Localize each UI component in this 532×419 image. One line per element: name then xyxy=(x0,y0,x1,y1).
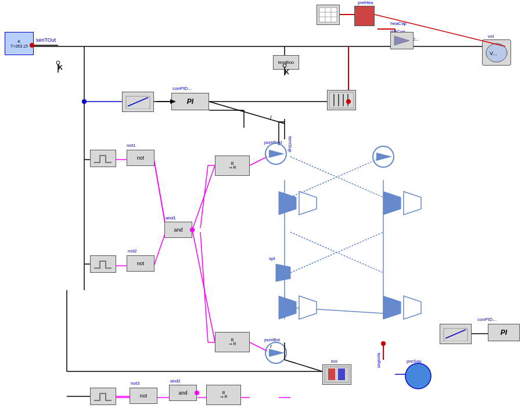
svg-line-71 xyxy=(209,102,285,124)
booToR3-block: booToR... B ⇒ R xyxy=(206,385,241,405)
booToR1-block: booToR... B ⇒ R xyxy=(215,156,250,176)
senTOut-label: senTOut xyxy=(36,37,56,43)
valve-far-left xyxy=(383,192,401,215)
PI2-label: PI xyxy=(501,328,507,337)
svg-text:V...: V... xyxy=(490,50,497,56)
rad-block: rad xyxy=(327,90,356,110)
diagram-container: TOut K T=263.15 senTOut K temBoo K TSetS… xyxy=(0,0,532,419)
and1-label: and1 xyxy=(166,215,176,221)
svg-line-19 xyxy=(250,157,267,165)
spl-symbol xyxy=(276,264,290,281)
svg-marker-67 xyxy=(394,36,409,45)
svg-rect-61 xyxy=(338,369,345,380)
pumBoi-label: pumBoi xyxy=(264,337,280,342)
and2b-label: and xyxy=(178,390,187,396)
valve-bot-right xyxy=(299,296,317,319)
svg-line-78 xyxy=(285,360,322,371)
PI1-block: PI xyxy=(171,93,209,110)
and1b-label: and xyxy=(174,227,182,233)
and2-block: and xyxy=(169,385,197,401)
svg-line-50 xyxy=(128,97,148,106)
timTab-block: timTab xyxy=(317,5,340,25)
conPID1-label: conPID... xyxy=(172,86,192,91)
vol-label: vol xyxy=(488,34,494,39)
svg-line-12 xyxy=(154,160,166,225)
not2-block: not xyxy=(127,255,154,272)
temRet-dot xyxy=(381,341,386,346)
pumBoi-I: I xyxy=(270,344,272,349)
TOut-sub: T=263.15 xyxy=(10,44,28,48)
spl-label: spl xyxy=(269,256,275,261)
not2-label: not2 xyxy=(128,248,137,254)
temSup-I: I xyxy=(270,114,272,120)
TSetSup-block: TSetSup xyxy=(122,92,154,112)
temSup-label: temSup xyxy=(287,136,293,153)
TOut-block: TOut K T=263.15 xyxy=(5,32,34,55)
not3-block: not xyxy=(130,388,157,404)
theCon-block xyxy=(390,32,414,49)
svg-rect-60 xyxy=(328,369,335,380)
and1-block: and xyxy=(164,222,192,238)
svg-line-80 xyxy=(192,230,215,342)
svg-line-57 xyxy=(445,330,466,338)
junction-red-1 xyxy=(346,99,351,104)
PI1-label: PI xyxy=(187,97,193,106)
TSetBo-block: TSetBo... k=TBoi... xyxy=(440,324,472,344)
pump-right-top-arrow xyxy=(376,153,392,161)
K2-label: K xyxy=(285,68,289,75)
svg-line-14 xyxy=(154,232,166,266)
valve-far-bot-right xyxy=(404,296,421,319)
preHea-block xyxy=(354,6,375,26)
and2-output-dot xyxy=(195,391,199,395)
valve-far-right xyxy=(404,192,421,215)
hysTOut-block: hysTOut xyxy=(90,255,116,273)
valve-mid-right xyxy=(299,192,317,215)
hysPum-block: hysPum xyxy=(90,150,116,167)
preHea-label: preHea xyxy=(358,0,373,5)
not3b-label: not xyxy=(140,393,148,399)
not3-label: not3 xyxy=(131,381,140,386)
pumBoi-arrow xyxy=(269,349,285,357)
temRet-label: temRet xyxy=(376,353,382,369)
PI2-block: PI xyxy=(488,324,520,341)
and2-label: and2 xyxy=(170,378,181,384)
boi-label: boi xyxy=(331,359,337,364)
pumRad-arrow xyxy=(269,150,285,158)
svg-rect-62 xyxy=(319,8,337,22)
valve-far-bot-left xyxy=(383,296,401,319)
valve-mid-left xyxy=(279,192,296,215)
vol-block: V... xyxy=(482,39,511,66)
conPID2-label: conPID... xyxy=(477,317,497,322)
booToR2-block: booToR... B ⇒ R xyxy=(215,332,250,352)
not1-label: not1 xyxy=(127,143,136,148)
not1-block: not xyxy=(127,150,154,166)
not1b-label: not xyxy=(137,155,145,161)
temBoo-block: temBoo xyxy=(273,55,299,70)
TOut-output-dot xyxy=(30,43,34,48)
main-svg: TOut K T=263.15 senTOut K temBoo K TSetS… xyxy=(0,0,532,419)
hysTBoi-block: hysTBoi xyxy=(90,388,116,405)
valve-bot-left xyxy=(279,296,296,319)
svg-line-20 xyxy=(250,342,267,351)
svg-line-79 xyxy=(192,165,215,230)
not2b-label: not xyxy=(137,261,145,266)
preSou-circle xyxy=(405,363,431,389)
K1-label: K xyxy=(58,64,63,71)
boi-block xyxy=(322,364,351,385)
